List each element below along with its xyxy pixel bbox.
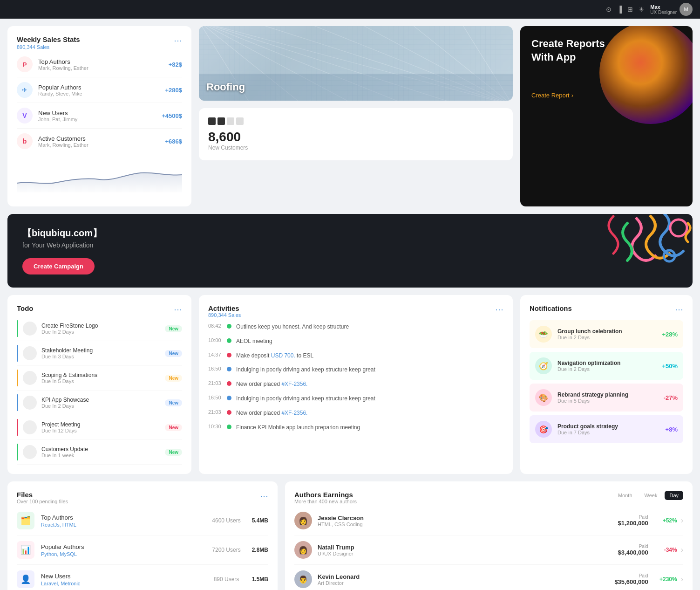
todo-avatar-6 [23,445,37,459]
author-change-1: +52% [654,517,677,524]
activity-item-1: 08:42 Outlines keep you honest. And keep… [208,320,503,334]
notif-name-1: Group lunch celebration [557,328,662,335]
author-arrow-1[interactable]: › [681,516,683,525]
stat-row-new-users: V New Users John, Pat, Jimmy +4500$ [17,103,182,129]
file-name-2: Popular Authors [41,543,208,550]
notif-value-4: +8% [666,426,678,433]
brightness-icon[interactable]: ☀ [639,6,645,13]
todo-due-6: Due In 1 week [41,453,165,458]
todo-item-6: Customers Update Due In 1 week New [17,440,182,465]
create-reports-content: Create Reports With App Create Report › [520,26,693,110]
active-customers-sub: Mark, Rowling, Esther [38,142,165,148]
campaign-title: 【biqubiqu.com】 [22,227,102,240]
todo-name-4: KPI App Showcase [41,397,165,403]
author-paid-label-3: Paid [614,573,648,578]
act-time-7: 21:03 [208,409,227,415]
activity-link-3[interactable]: #XF-2356. [281,410,307,416]
file-users-1: 4600 Users [208,517,245,524]
sales-chart [17,160,182,197]
authors-earnings-subtitle: More than 400 new authors [294,499,357,504]
todo-due-4: Due In 2 Days [41,403,165,409]
create-campaign-button[interactable]: Create Campaign [22,258,95,274]
author-role-3: Art Director [318,580,614,586]
act-text-6: Indulging in poorly driving and keep str… [236,395,503,403]
new-users-sub: John, Pat, Jimmy [38,117,162,122]
todo-due-3: Due In 5 Days [41,378,165,384]
notif-value-1: +28% [662,331,678,338]
notif-value-2: +50% [662,363,678,370]
active-customers-icon: b [17,133,33,149]
weekly-stats-menu[interactable]: ⋯ [174,35,182,46]
file-users-3: 890 Users [208,576,245,583]
file-size-3: 1.5MB [245,576,268,583]
row3: Todo ⋯ Create FireStone Logo Due In 2 Da… [0,295,700,474]
new-customers-number: 8,600 [208,130,503,144]
svg-rect-12 [199,74,513,101]
user-role: UX Designer [650,10,677,15]
stat-row-active-customers: b Active Customers Mark, Rowling, Esther… [17,129,182,154]
authors-earnings-card: Authors Earnings More than 400 new autho… [285,481,693,590]
activity-item-3: 14:37 Make deposit USD 700. to ESL [208,349,503,363]
campaign-row: 【biqubiqu.com】 for Your Web Application … [0,214,700,288]
todo-avatar-3 [23,371,37,385]
author-amount-1: $1,200,000 [618,520,648,527]
todo-badge-1: New [165,325,182,332]
author-change-2: -34% [654,547,677,553]
act-text-1: Outlines keep you honest. And keep struc… [236,323,503,331]
popular-authors-name: Popular Authors [38,84,165,91]
search-icon[interactable]: ⊙ [606,6,612,13]
todo-bar-5 [17,419,18,436]
author-arrow-3[interactable]: › [681,575,683,583]
todo-name-2: Stakeholder Meeting [41,347,165,354]
notif-due-4: Due in 7 Days [557,430,666,435]
author-paid-label-1: Paid [618,515,648,520]
file-tags-1: ReactJs, HTML [41,522,208,528]
tab-week[interactable]: Week [640,491,662,500]
author-paid-label-2: Paid [618,544,648,549]
act-dot-3 [227,353,231,357]
todo-bar-3 [17,370,18,386]
author-avatar-2: 👩 [294,541,312,559]
activity-link-2[interactable]: #XF-2356. [281,381,307,387]
avatar[interactable]: M [680,3,693,16]
todo-menu[interactable]: ⋯ [174,304,182,315]
activities-title: Activities [208,304,241,312]
top-authors-sub: Mark, Rowling, Esther [38,65,169,71]
author-amount-3: $35,600,000 [614,578,648,585]
files-menu[interactable]: ⋯ [260,491,268,501]
act-dot-1 [227,324,231,329]
act-time-2: 10:00 [208,337,227,343]
file-icon-1: 🗂️ [17,512,34,529]
file-users-2: 7200 Users [208,547,245,553]
new-users-value: +4500$ [162,112,182,119]
tab-day[interactable]: Day [665,491,683,500]
todo-item-4: KPI App Showcase Due In 2 Days New [17,391,182,415]
todo-due-5: Due In 12 Days [41,428,165,433]
act-time-4: 16:50 [208,366,227,371]
act-text-4: Indulging in poorly driving and keep str… [236,366,503,374]
weekly-stats-subtitle: 890,344 Sales [17,44,80,50]
files-title: Files [17,491,68,499]
activity-item-8: 10:30 Finance KPI Mobile app launch prep… [208,420,503,435]
notif-name-2: Navigation optimization [557,360,662,366]
file-tags-3: Laravel, Metronic [41,581,208,586]
author-arrow-2[interactable]: › [681,546,683,554]
user-profile[interactable]: Max UX Designer M [650,3,693,16]
tab-month[interactable]: Month [613,491,637,500]
grid-icon[interactable]: ⊞ [627,6,633,13]
todo-name-1: Create FireStone Logo [41,322,165,329]
create-report-link[interactable]: Create Report › [531,92,573,99]
file-size-2: 2.8MB [245,547,268,553]
active-customers-name: Active Customers [38,135,165,142]
new-customers-card: 8,600 New Customers [199,108,513,160]
activities-menu[interactable]: ⋯ [495,304,503,315]
activities-subtitle: 890,344 Sales [208,312,241,318]
activity-link-1[interactable]: USD 700. [271,352,295,359]
weekly-stats-title: Weekly Sales Stats [17,35,80,43]
popular-authors-sub: Randy, Steve, Mike [38,91,165,96]
new-customers-label: New Customers [208,144,503,151]
act-time-5: 21:03 [208,380,227,386]
act-time-6: 16:50 [208,395,227,400]
notif-due-3: Due in 5 Days [557,398,664,404]
notifications-menu[interactable]: ⋯ [675,304,683,315]
